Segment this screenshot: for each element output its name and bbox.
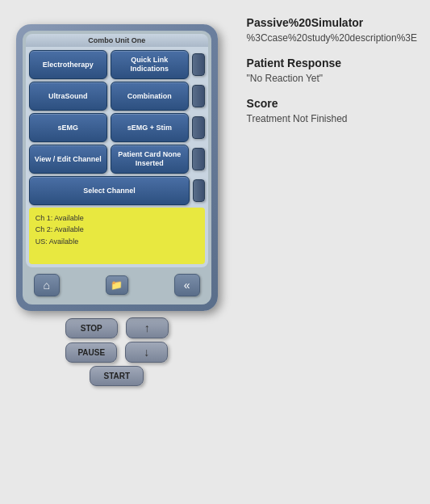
down-arrow-button[interactable]: ↓ bbox=[125, 342, 168, 363]
up-arrow-button[interactable]: ↑ bbox=[126, 317, 169, 338]
semg-button[interactable]: sEMG bbox=[29, 113, 107, 142]
pause-button[interactable]: PAUSE bbox=[65, 342, 117, 363]
device-panel: Combo Unit One Electrotherapy Quick Link… bbox=[0, 0, 234, 504]
side-btn-row3[interactable] bbox=[192, 116, 205, 139]
ctrl-row-1: STOP ↑ bbox=[16, 317, 218, 338]
view-edit-button[interactable]: View / Edit Channel bbox=[29, 145, 107, 174]
select-channel-button[interactable]: Select Channel bbox=[29, 176, 190, 205]
info-panel: Passive%20Simulator %3Ccase%20study%20de… bbox=[234, 0, 430, 504]
ultrasound-button[interactable]: UltraSound bbox=[29, 82, 107, 111]
side-btn-row2[interactable] bbox=[192, 85, 205, 107]
side-btn-row1[interactable] bbox=[192, 53, 205, 76]
device-controls: STOP ↑ PAUSE ↓ START bbox=[16, 317, 218, 386]
simulator-title: Passive%20Simulator bbox=[247, 16, 417, 29]
device-screen-container: Combo Unit One Electrotherapy Quick Link… bbox=[23, 31, 211, 304]
patient-response-value: "No Reaction Yet" bbox=[247, 73, 417, 84]
patient-card-button[interactable]: Patient Card None Inserted bbox=[111, 145, 189, 174]
button-row-5: Select Channel bbox=[29, 176, 205, 205]
channel-2-status: Ch 2: Available bbox=[35, 224, 198, 235]
semg-stim-button[interactable]: sEMG + Stim bbox=[111, 113, 189, 142]
device-screen: Electrotherapy Quick Link Indications Ul… bbox=[26, 47, 208, 267]
patient-response-title: Patient Response bbox=[247, 57, 417, 69]
home-button[interactable]: ⌂ bbox=[34, 274, 60, 296]
start-button[interactable]: START bbox=[90, 366, 144, 386]
score-value: Treatment Not Finished bbox=[247, 113, 417, 124]
device-body: Combo Unit One Electrotherapy Quick Link… bbox=[16, 24, 218, 311]
side-btn-row4[interactable] bbox=[192, 148, 205, 170]
back-button[interactable]: « bbox=[174, 274, 200, 296]
ctrl-row-3: START bbox=[16, 366, 218, 386]
side-btn-row5[interactable] bbox=[193, 179, 205, 202]
device-nav-bar: ⌂ 📁 « bbox=[26, 269, 208, 301]
score-section: Score Treatment Not Finished bbox=[247, 97, 417, 124]
folder-button[interactable]: 📁 bbox=[106, 275, 128, 295]
score-title: Score bbox=[247, 97, 417, 110]
channel-status-display: Ch 1: Available Ch 2: Available US: Avai… bbox=[29, 208, 205, 264]
channel-1-status: Ch 1: Available bbox=[35, 212, 198, 224]
quick-link-button[interactable]: Quick Link Indications bbox=[111, 50, 189, 79]
patient-response-section: Patient Response "No Reaction Yet" bbox=[247, 57, 417, 84]
stop-button[interactable]: STOP bbox=[65, 318, 118, 338]
channel-us-status: US: Available bbox=[35, 236, 198, 247]
button-row-4: View / Edit Channel Patient Card None In… bbox=[29, 145, 205, 174]
button-row-3: sEMG sEMG + Stim bbox=[29, 113, 205, 142]
button-row-1: Electrotherapy Quick Link Indications bbox=[29, 50, 205, 79]
simulator-section: Passive%20Simulator %3Ccase%20study%20de… bbox=[247, 16, 417, 44]
simulator-value: %3Ccase%20study%20description%3E bbox=[247, 32, 417, 44]
device-screen-header: Combo Unit One bbox=[26, 34, 208, 47]
electrotherapy-button[interactable]: Electrotherapy bbox=[29, 50, 107, 79]
ctrl-row-2: PAUSE ↓ bbox=[16, 342, 218, 363]
button-row-2: UltraSound Combination bbox=[29, 82, 205, 111]
combination-button[interactable]: Combination bbox=[111, 82, 189, 111]
